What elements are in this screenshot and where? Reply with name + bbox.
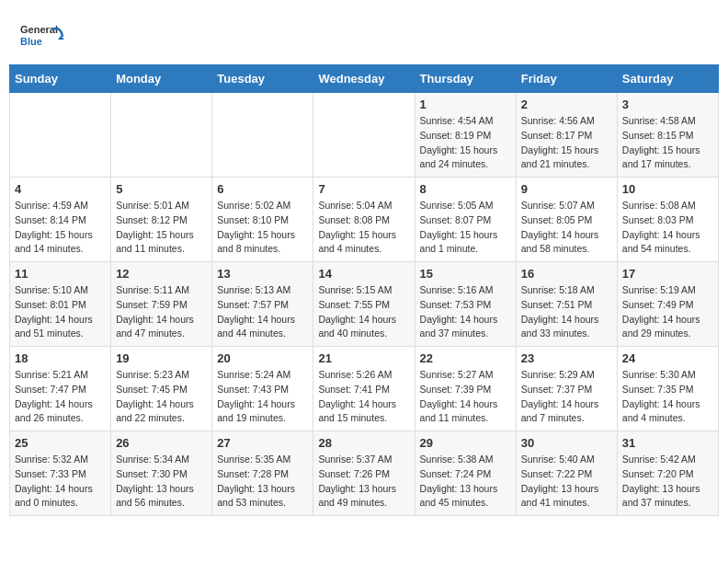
day-info: Sunrise: 4:54 AM Sunset: 8:19 PM Dayligh…: [420, 114, 511, 172]
day-info: Sunrise: 5:26 AM Sunset: 7:41 PM Dayligh…: [318, 368, 409, 426]
day-cell: 18Sunrise: 5:21 AM Sunset: 7:47 PM Dayli…: [10, 347, 111, 431]
day-number: 16: [521, 267, 612, 281]
day-info: Sunrise: 5:38 AM Sunset: 7:24 PM Dayligh…: [420, 453, 511, 511]
day-number: 27: [217, 436, 308, 450]
day-cell: 14Sunrise: 5:15 AM Sunset: 7:55 PM Dayli…: [313, 262, 415, 347]
day-cell: 26Sunrise: 5:34 AM Sunset: 7:30 PM Dayli…: [111, 431, 212, 516]
day-number: 13: [217, 267, 308, 281]
day-cell: 11Sunrise: 5:10 AM Sunset: 8:01 PM Dayli…: [10, 262, 111, 347]
day-info: Sunrise: 5:32 AM Sunset: 7:33 PM Dayligh…: [15, 453, 106, 511]
day-info: Sunrise: 5:08 AM Sunset: 8:03 PM Dayligh…: [622, 199, 713, 257]
day-cell: 16Sunrise: 5:18 AM Sunset: 7:51 PM Dayli…: [516, 262, 617, 347]
day-cell: 13Sunrise: 5:13 AM Sunset: 7:57 PM Dayli…: [212, 262, 313, 347]
day-number: 12: [116, 267, 207, 281]
day-number: 19: [116, 351, 207, 365]
day-number: 11: [15, 267, 106, 281]
weekday-header-saturday: Saturday: [617, 65, 718, 93]
day-cell: 15Sunrise: 5:16 AM Sunset: 7:53 PM Dayli…: [415, 262, 516, 347]
weekday-header-monday: Monday: [111, 65, 212, 93]
day-cell: 28Sunrise: 5:37 AM Sunset: 7:26 PM Dayli…: [313, 431, 415, 516]
day-number: 31: [622, 436, 713, 450]
day-info: Sunrise: 5:29 AM Sunset: 7:37 PM Dayligh…: [521, 368, 612, 426]
day-number: 26: [116, 436, 207, 450]
day-cell: 21Sunrise: 5:26 AM Sunset: 7:41 PM Dayli…: [313, 347, 415, 431]
day-info: Sunrise: 5:15 AM Sunset: 7:55 PM Dayligh…: [318, 283, 409, 341]
day-info: Sunrise: 5:42 AM Sunset: 7:20 PM Dayligh…: [622, 453, 713, 511]
day-info: Sunrise: 5:34 AM Sunset: 7:30 PM Dayligh…: [116, 453, 207, 511]
day-info: Sunrise: 5:21 AM Sunset: 7:47 PM Dayligh…: [15, 368, 106, 426]
day-info: Sunrise: 4:58 AM Sunset: 8:15 PM Dayligh…: [622, 114, 713, 172]
day-cell: 17Sunrise: 5:19 AM Sunset: 7:49 PM Dayli…: [617, 262, 718, 347]
weekday-header-tuesday: Tuesday: [212, 65, 313, 93]
day-number: 2: [521, 98, 612, 111]
day-cell: [313, 93, 415, 178]
week-row-3: 11Sunrise: 5:10 AM Sunset: 8:01 PM Dayli…: [10, 262, 719, 347]
day-number: 24: [622, 351, 713, 365]
day-cell: 8Sunrise: 5:05 AM Sunset: 8:07 PM Daylig…: [415, 178, 516, 262]
day-number: 22: [420, 351, 511, 365]
logo: General Blue: [18, 18, 64, 55]
day-number: 8: [420, 182, 511, 196]
day-cell: 12Sunrise: 5:11 AM Sunset: 7:59 PM Dayli…: [111, 262, 212, 347]
day-cell: 27Sunrise: 5:35 AM Sunset: 7:28 PM Dayli…: [212, 431, 313, 516]
day-info: Sunrise: 5:23 AM Sunset: 7:45 PM Dayligh…: [116, 368, 207, 426]
day-number: 28: [318, 436, 409, 450]
day-info: Sunrise: 5:27 AM Sunset: 7:39 PM Dayligh…: [420, 368, 511, 426]
day-number: 20: [217, 351, 308, 365]
day-number: 5: [116, 182, 207, 196]
day-info: Sunrise: 5:16 AM Sunset: 7:53 PM Dayligh…: [420, 283, 511, 341]
logo-svg: General Blue: [18, 18, 64, 55]
day-cell: 24Sunrise: 5:30 AM Sunset: 7:35 PM Dayli…: [617, 347, 718, 431]
day-number: 1: [420, 98, 511, 111]
day-info: Sunrise: 5:18 AM Sunset: 7:51 PM Dayligh…: [521, 283, 612, 341]
page-header: General Blue: [9, 9, 719, 60]
day-cell: 23Sunrise: 5:29 AM Sunset: 7:37 PM Dayli…: [516, 347, 617, 431]
day-cell: 5Sunrise: 5:01 AM Sunset: 8:12 PM Daylig…: [111, 178, 212, 262]
weekday-header-wednesday: Wednesday: [313, 65, 415, 93]
day-cell: [212, 93, 313, 178]
day-info: Sunrise: 5:19 AM Sunset: 7:49 PM Dayligh…: [622, 283, 713, 341]
week-row-1: 1Sunrise: 4:54 AM Sunset: 8:19 PM Daylig…: [10, 93, 719, 178]
day-number: 7: [318, 182, 409, 196]
day-info: Sunrise: 5:30 AM Sunset: 7:35 PM Dayligh…: [622, 368, 713, 426]
day-cell: 31Sunrise: 5:42 AM Sunset: 7:20 PM Dayli…: [617, 431, 718, 516]
weekday-header-friday: Friday: [516, 65, 617, 93]
day-info: Sunrise: 5:01 AM Sunset: 8:12 PM Dayligh…: [116, 199, 207, 257]
day-info: Sunrise: 5:05 AM Sunset: 8:07 PM Dayligh…: [420, 199, 511, 257]
svg-text:General: General: [20, 24, 58, 35]
day-number: 25: [15, 436, 106, 450]
day-info: Sunrise: 5:02 AM Sunset: 8:10 PM Dayligh…: [217, 199, 308, 257]
day-info: Sunrise: 5:13 AM Sunset: 7:57 PM Dayligh…: [217, 283, 308, 341]
day-cell: 6Sunrise: 5:02 AM Sunset: 8:10 PM Daylig…: [212, 178, 313, 262]
calendar-table: SundayMondayTuesdayWednesdayThursdayFrid…: [9, 64, 719, 516]
day-number: 17: [622, 267, 713, 281]
svg-text:Blue: Blue: [20, 36, 42, 47]
day-info: Sunrise: 4:59 AM Sunset: 8:14 PM Dayligh…: [15, 199, 106, 257]
day-cell: 25Sunrise: 5:32 AM Sunset: 7:33 PM Dayli…: [10, 431, 111, 516]
day-cell: 2Sunrise: 4:56 AM Sunset: 8:17 PM Daylig…: [516, 93, 617, 178]
day-info: Sunrise: 5:07 AM Sunset: 8:05 PM Dayligh…: [521, 199, 612, 257]
day-number: 9: [521, 182, 612, 196]
day-number: 18: [15, 351, 106, 365]
day-number: 29: [420, 436, 511, 450]
day-cell: 4Sunrise: 4:59 AM Sunset: 8:14 PM Daylig…: [10, 178, 111, 262]
day-cell: 9Sunrise: 5:07 AM Sunset: 8:05 PM Daylig…: [516, 178, 617, 262]
day-number: 3: [622, 98, 713, 111]
day-info: Sunrise: 5:10 AM Sunset: 8:01 PM Dayligh…: [15, 283, 106, 341]
week-row-5: 25Sunrise: 5:32 AM Sunset: 7:33 PM Dayli…: [10, 431, 719, 516]
header-row: SundayMondayTuesdayWednesdayThursdayFrid…: [10, 65, 719, 93]
week-row-4: 18Sunrise: 5:21 AM Sunset: 7:47 PM Dayli…: [10, 347, 719, 431]
weekday-header-thursday: Thursday: [415, 65, 516, 93]
day-cell: 19Sunrise: 5:23 AM Sunset: 7:45 PM Dayli…: [111, 347, 212, 431]
day-number: 6: [217, 182, 308, 196]
day-number: 23: [521, 351, 612, 365]
weekday-header-sunday: Sunday: [10, 65, 111, 93]
day-cell: 10Sunrise: 5:08 AM Sunset: 8:03 PM Dayli…: [617, 178, 718, 262]
day-info: Sunrise: 5:35 AM Sunset: 7:28 PM Dayligh…: [217, 453, 308, 511]
day-number: 15: [420, 267, 511, 281]
day-cell: 7Sunrise: 5:04 AM Sunset: 8:08 PM Daylig…: [313, 178, 415, 262]
day-info: Sunrise: 5:24 AM Sunset: 7:43 PM Dayligh…: [217, 368, 308, 426]
day-cell: 20Sunrise: 5:24 AM Sunset: 7:43 PM Dayli…: [212, 347, 313, 431]
day-cell: 29Sunrise: 5:38 AM Sunset: 7:24 PM Dayli…: [415, 431, 516, 516]
day-info: Sunrise: 5:04 AM Sunset: 8:08 PM Dayligh…: [318, 199, 409, 257]
